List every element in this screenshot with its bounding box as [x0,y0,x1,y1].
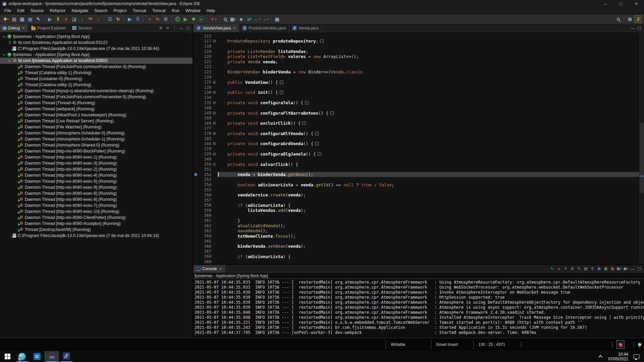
debug-launch-icon[interactable]: ✱ [190,15,198,23]
code-line-text[interactable]: vendaService.create(venda); [217,192,639,197]
tab-debug[interactable]: Debug✕ [0,24,28,32]
debug-tree-item[interactable]: ⚙Daemon Thread [http-nio-8080-exec-5] (R… [0,178,193,184]
folded-code-icon[interactable] [280,80,283,84]
debug-tree-item[interactable]: ⚙Daemon Thread [http-nio-8080-exec-1] (R… [0,154,193,160]
debug-tree-item[interactable]: ⚙Daemon Thread [Atmosphere-Shared-0] (Ru… [0,142,193,148]
line-number[interactable]: 366 [198,244,211,249]
code-line-text[interactable] [217,198,639,203]
save-all-icon[interactable]: ▦ [18,15,26,23]
code-line-text[interactable]: venda = binderVenda.getBean(); [217,172,639,177]
line-number[interactable]: 361 [198,218,211,223]
fold-collapsed-icon[interactable]: + [213,112,216,115]
code-line[interactable]: 358 if (adicionarLista) { [193,203,639,208]
folded-code-icon[interactable] [305,101,309,105]
code-editor[interactable]: 115117+ ProdutoRepository produtoReposit… [193,32,639,263]
line-number[interactable]: 177 [198,126,211,131]
code-line[interactable]: 115 [193,34,639,39]
console-log[interactable]: 2021-05-07 10:44:35.033 INFO 10736 --- [… [193,279,644,335]
code-line-text[interactable] [217,249,639,254]
code-line-text[interactable]: private void salvarClick() { [217,162,639,167]
code-line-text[interactable] [217,239,639,244]
code-line[interactable]: 360 [193,213,639,218]
tab-project-explorer[interactable]: Project Explorer [28,24,69,32]
maximize-view-icon[interactable]: ▢ [184,25,191,32]
line-number[interactable]: 369 [198,259,211,263]
search-icon[interactable] [614,15,622,23]
run-launch-icon[interactable]: ▶ [198,15,206,23]
line-number[interactable]: 183 [198,136,211,141]
skip-all-breakpoints-icon[interactable]: ✎ [34,15,42,23]
line-number[interactable]: 123 [198,70,211,74]
line-number[interactable]: 169 [198,121,211,126]
fold-collapsed-icon[interactable]: + [213,132,216,135]
code-line[interactable]: 178+ private void configuraHltVenda() { [193,131,639,136]
folded-code-icon[interactable] [318,152,321,156]
line-number[interactable]: 125 [198,80,211,84]
menu-refactor[interactable]: Refactor [47,8,68,14]
code-line[interactable]: 366 binderVenda.setBean(venda); [193,244,639,249]
code-line[interactable]: 134 [193,95,639,100]
line-number[interactable]: 360 [198,213,211,218]
code-line[interactable]: 120 private List<TextField> valores = ne… [193,54,639,59]
line-number[interactable]: 368 [198,254,211,259]
fold-collapsed-icon[interactable]: + [213,40,216,43]
menu-edit[interactable]: Edit [14,8,28,14]
menu-file[interactable]: File [1,8,14,14]
line-number[interactable]: 363 [198,229,211,233]
line-number[interactable]: 354 [198,182,211,187]
line-number[interactable]: 178 [198,131,211,136]
code-line[interactable]: 362 atualizaGrdVenda(); [193,223,639,228]
debug-tree-item[interactable]: C:\Program Files\Java\jdk-13.0.1\bin\jav… [0,233,193,239]
code-line-text[interactable] [217,64,639,69]
maximize-view-icon[interactable]: ▢ [636,265,643,272]
code-line-text[interactable] [217,187,639,192]
fold-collapsed-icon[interactable]: + [213,153,216,156]
debug-tree-item[interactable]: ⚙Daemon Thread [Live Reload Server] (Run… [0,118,193,124]
code-line-text[interactable]: if (adicionarLista) { [217,203,639,208]
code-line-text[interactable]: ProdutoRepository produtoRepository; [217,39,639,44]
fold-gutter[interactable]: + [211,153,217,156]
line-number[interactable]: 353 [198,177,211,182]
debug-tree-item[interactable]: ⚙Daemon Thread [ForkJoinPool.commonPool-… [0,94,193,100]
view-menu-icon[interactable]: ⋮ [171,25,178,32]
show-view-menu-icon[interactable]: ☰ [106,15,114,23]
code-line-text[interactable] [217,157,639,162]
code-line[interactable]: 351 [193,167,639,172]
line-number[interactable]: 359 [198,208,211,213]
code-line[interactable]: 361 } [193,218,639,223]
fold-gutter[interactable]: + [211,122,217,125]
line-number[interactable]: 117 [198,39,211,44]
tree-expander-icon[interactable] [8,59,11,62]
code-line[interactable]: 123 Binder<Venda> binderVenda = new Bind… [193,69,639,74]
outlook-app[interactable]: O [30,351,44,362]
terminate-console-icon[interactable]: ■ [555,265,562,272]
code-line-text[interactable]: private void configuraDlgJanela() { [217,152,639,157]
code-line-text[interactable]: private List<TextField> valores = new Ar… [217,54,639,59]
code-line[interactable]: 359 listaVendas.add(venda); [193,208,639,213]
debug-tree-item[interactable]: ⚙Thread [Catalina-utility-2] (Running) [0,82,193,88]
debug-tree-item[interactable]: ⚙Daemon Thread [http-nio-8080-exec-10] (… [0,208,193,215]
line-number[interactable]: 355 [198,188,211,192]
tips-lightbulb-icon[interactable] [638,343,641,346]
tab-vendaview-java[interactable]: JVendaView.java✕ [193,24,239,32]
tree-expander-icon[interactable] [3,35,6,38]
code-line-text[interactable]: public void init() { [217,90,639,95]
code-line-text[interactable] [217,44,639,49]
tomcat-stop-icon[interactable]: ● [146,15,154,23]
debug-tree-item[interactable]: ⚙Daemon Thread [File Watcher] (Running) [0,124,193,130]
fold-collapsed-icon[interactable]: + [213,101,216,104]
debug-tree-item[interactable]: ⚙Daemon Thread [http-nio-8080-ClientPoll… [0,215,193,221]
debug-tree-item[interactable]: ⚙Daemon Thread [http-nio-8080-exec-7] (R… [0,202,193,208]
scrollbar-thumb[interactable] [640,123,644,193]
debug-tree-item[interactable]: ⚙Thread [DestroyJavaVM] (Running) [0,227,193,233]
code-line-text[interactable] [217,259,639,263]
fold-gutter[interactable]: - [211,163,217,166]
debug-tree-item[interactable]: ⚙Daemon Thread [http-nio-8080-exec-2] (R… [0,166,193,172]
code-line-text[interactable]: binderVenda.setBean(venda); [217,244,639,249]
forward-history-icon[interactable]: →▾ [261,15,269,23]
debug-tree-item[interactable]: fjsistemas - Application [Spring Boot Ap… [0,52,193,58]
java-perspective-icon[interactable]: J [634,15,642,23]
folded-code-icon[interactable] [320,39,324,43]
code-line-text[interactable] [217,116,639,121]
code-line-text[interactable]: novaVenda(); [217,228,639,233]
